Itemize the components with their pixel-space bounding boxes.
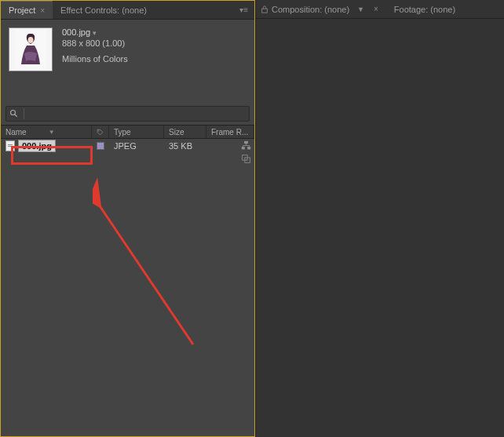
tag-icon xyxy=(97,128,104,137)
column-type[interactable]: Type xyxy=(109,126,164,138)
tab-composition[interactable]: Composition: (none) ▼ × xyxy=(256,0,386,18)
search-icon xyxy=(6,109,22,118)
search-separator xyxy=(24,108,24,119)
svg-point-4 xyxy=(98,130,99,131)
search-input[interactable] xyxy=(5,106,250,122)
column-label[interactable] xyxy=(92,126,109,138)
panel-side-tools xyxy=(241,140,251,164)
thumbnail-image-icon xyxy=(15,30,46,69)
asset-thumbnail[interactable] xyxy=(9,27,53,71)
svg-rect-5 xyxy=(244,141,248,144)
color-chip-icon xyxy=(97,142,104,150)
column-type-label: Type xyxy=(114,128,131,137)
asset-color-depth: Millions of Colors xyxy=(62,54,128,64)
column-size[interactable]: Size xyxy=(164,126,206,138)
svg-rect-7 xyxy=(247,147,250,149)
left-tab-bar: Project × Effect Controls: (none) ▾≡ xyxy=(1,1,254,20)
svg-line-3 xyxy=(15,115,17,117)
column-size-label: Size xyxy=(169,128,184,137)
asset-info: 000.jpg 888 x 800 (1.00) Millions of Col… xyxy=(1,20,254,79)
cell-name[interactable]: 000.jpg xyxy=(1,140,92,152)
project-panel: Project × Effect Controls: (none) ▾≡ 000… xyxy=(0,0,255,437)
svg-point-2 xyxy=(11,111,16,115)
flowchart-icon[interactable] xyxy=(241,140,251,151)
panel-menu-icon[interactable]: ▾≡ xyxy=(233,5,254,14)
chevron-down-icon[interactable]: ▼ xyxy=(352,5,369,13)
sort-indicator-icon: ▼ xyxy=(49,129,55,136)
viewer-area[interactable] xyxy=(256,19,504,437)
svg-rect-6 xyxy=(242,147,245,149)
lock-icon xyxy=(261,5,268,13)
viewer-panel: Composition: (none) ▼ × Footage: (none) xyxy=(255,0,504,437)
tab-effect-controls[interactable]: Effect Controls: (none) xyxy=(53,1,155,19)
column-name[interactable]: Name ▼ xyxy=(1,126,92,138)
column-frame-rate-label: Frame R... xyxy=(211,128,248,137)
tab-effect-controls-label: Effect Controls: (none) xyxy=(60,5,147,15)
svg-rect-14 xyxy=(262,9,268,13)
cell-size: 35 KB xyxy=(164,141,206,151)
project-items-list[interactable]: 000.jpg JPEG 35 KB xyxy=(1,139,254,436)
tab-project-label: Project xyxy=(9,5,35,15)
asset-name[interactable]: 000.jpg xyxy=(62,27,128,37)
close-icon[interactable]: × xyxy=(40,6,45,15)
file-icon xyxy=(5,140,15,151)
tab-project[interactable]: Project × xyxy=(1,1,53,19)
filename[interactable]: 000.jpg xyxy=(18,140,56,152)
asset-dimensions: 888 x 800 (1.00) xyxy=(62,38,128,48)
column-frame-rate[interactable]: Frame R... xyxy=(206,126,254,138)
asset-meta: 000.jpg 888 x 800 (1.00) Millions of Col… xyxy=(62,27,128,64)
tab-footage[interactable]: Footage: (none) xyxy=(386,0,463,18)
tab-composition-label: Composition: (none) xyxy=(272,5,349,14)
right-tab-bar: Composition: (none) ▼ × Footage: (none) xyxy=(256,0,504,19)
svg-point-1 xyxy=(28,37,34,43)
cell-label[interactable] xyxy=(92,142,109,150)
close-icon[interactable]: × xyxy=(374,5,378,13)
table-row[interactable]: 000.jpg JPEG 35 KB xyxy=(1,139,254,153)
column-headers: Name ▼ Type Size Frame R... xyxy=(1,125,254,139)
tab-footage-label: Footage: (none) xyxy=(394,5,455,14)
layers-icon[interactable] xyxy=(241,154,251,164)
column-name-label: Name xyxy=(5,128,27,137)
cell-type: JPEG xyxy=(109,141,164,151)
